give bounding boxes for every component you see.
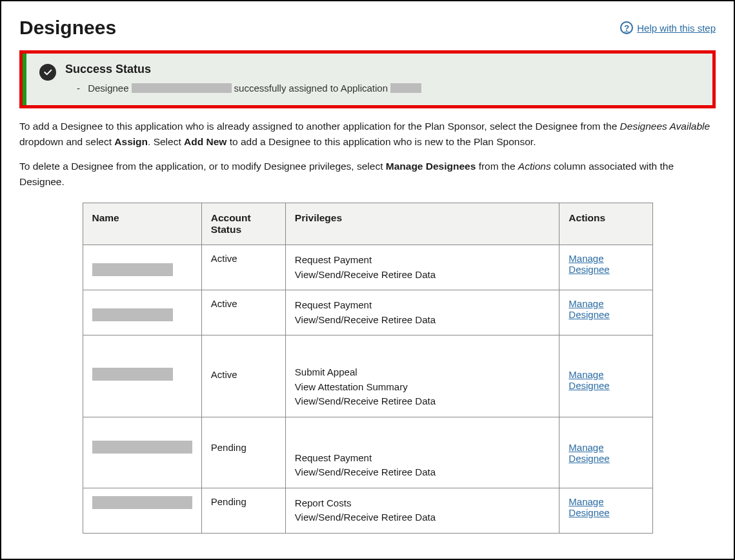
cell-status: Active [201,335,285,417]
help-link[interactable]: ? Help with this step [620,21,716,34]
col-header-status: Account Status [201,203,285,245]
manage-designee-link[interactable]: Manage Designee [569,369,609,391]
success-alert: Success Status - Designee successfully a… [23,54,712,105]
cell-privileges: Report Costs View/Send/Receive Retiree D… [295,496,550,525]
instructions-paragraph-2: To delete a Designee from the applicatio… [19,159,716,190]
manage-designee-link[interactable]: Manage Designee [569,298,609,320]
page-header: Designees ? Help with this step [19,17,716,39]
table-row: Pending Report Costs View/Send/Receive R… [83,488,652,533]
table-row: Active Request Payment View/Send/Receive… [83,290,652,335]
table-row: Active Request Payment View/Send/Receive… [83,245,652,290]
cell-status: Active [201,290,285,335]
cell-privileges: Request Payment View/Send/Receive Retire… [295,253,550,282]
alert-title: Success Status [65,63,700,76]
table-row: Active Submit Appeal View Attestation Su… [83,335,652,417]
cell-privileges: Request Payment View/Send/Receive Retire… [295,451,550,480]
designees-table: Name Account Status Privileges Actions A… [83,203,653,534]
redacted-name [92,368,173,381]
col-header-privileges: Privileges [285,203,559,245]
cell-status: Pending [201,417,285,488]
table-row: Pending Request Payment View/Send/Receiv… [83,417,652,488]
instructions-paragraph-1: To add a Designee to this application wh… [19,119,716,150]
redacted-application-id [390,83,421,93]
manage-designee-link[interactable]: Manage Designee [569,253,609,275]
manage-designee-link[interactable]: Manage Designee [569,496,609,518]
table-header-row: Name Account Status Privileges Actions [83,203,652,245]
col-header-name: Name [83,203,201,245]
help-link-label: Help with this step [637,23,716,34]
redacted-name [92,496,192,509]
cell-privileges: Request Payment View/Send/Receive Retire… [295,298,550,327]
manage-designee-link[interactable]: Manage Designee [569,442,609,464]
redacted-name [92,308,173,321]
redacted-designee-name [132,83,232,93]
cell-status: Active [201,245,285,290]
success-alert-highlight: Success Status - Designee successfully a… [19,50,716,108]
alert-message: - Designee successfully assigned to Appl… [77,83,700,94]
redacted-name [92,263,173,276]
cell-privileges: Submit Appeal View Attestation Summary V… [295,365,550,409]
help-icon: ? [620,21,633,34]
cell-status: Pending [201,488,285,533]
page-title: Designees [19,17,116,39]
col-header-actions: Actions [559,203,652,245]
redacted-name [92,441,192,454]
check-circle-icon [39,64,56,81]
